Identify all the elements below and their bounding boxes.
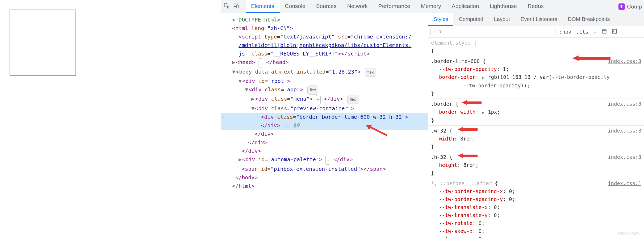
- device-toggle-icon[interactable]: [233, 3, 239, 10]
- tab-components[interactable]: Comp: [627, 3, 642, 10]
- tab-lighthouse[interactable]: Lighthouse: [484, 0, 522, 13]
- new-style-icon[interactable]: +: [592, 28, 598, 36]
- panel-toggle-icon[interactable]: [611, 29, 618, 35]
- source-link[interactable]: index.css:3: [608, 100, 641, 108]
- annotation-arrow-icon: [458, 126, 479, 136]
- watermark: CSDN @乐闻x: [617, 231, 640, 236]
- svg-marker-14: [458, 153, 463, 158]
- side-tab-computed[interactable]: Computed: [453, 13, 488, 26]
- tab-memory[interactable]: Memory: [416, 0, 446, 13]
- styles-rules[interactable]: element.style { } index.css:3 .border-li…: [428, 38, 644, 238]
- main-tab-list: Elements Console Sources Network Perform…: [246, 0, 549, 13]
- cls-button[interactable]: .cls: [575, 29, 589, 35]
- svg-rect-9: [579, 57, 610, 60]
- side-tab-layout[interactable]: Layout: [489, 13, 515, 26]
- svg-marker-12: [458, 127, 463, 132]
- device-frame-icon[interactable]: [601, 29, 608, 35]
- side-tab-event-listeners[interactable]: Event Listeners: [515, 13, 563, 26]
- svg-marker-10: [462, 100, 467, 105]
- source-link[interactable]: index.css:3: [608, 153, 641, 161]
- flex-badge[interactable]: flex: [307, 86, 318, 95]
- svg-rect-2: [236, 5, 238, 8]
- source-link[interactable]: index.css:3: [608, 127, 641, 135]
- flex-badge[interactable]: flex: [365, 68, 376, 77]
- source-link[interactable]: index.css:1: [608, 179, 641, 187]
- extension-icon[interactable]: ✻: [618, 3, 625, 10]
- tab-console[interactable]: Console: [280, 0, 311, 13]
- devtools-toolbar: Elements Console Sources Network Perform…: [221, 0, 644, 13]
- flex-badge[interactable]: flex: [347, 95, 358, 104]
- svg-rect-15: [463, 155, 478, 157]
- side-tab-styles[interactable]: Styles: [428, 13, 453, 26]
- svg-rect-4: [603, 29, 606, 33]
- tab-network[interactable]: Network: [342, 0, 373, 13]
- hov-button[interactable]: :hov: [558, 29, 572, 35]
- filter-input[interactable]: [430, 28, 555, 36]
- source-link[interactable]: index.css:3: [608, 57, 641, 65]
- side-tab-dom-breakpoints[interactable]: DOM Breakpoints: [563, 13, 615, 26]
- tab-performance[interactable]: Performance: [373, 0, 416, 13]
- tab-elements[interactable]: Elements: [246, 0, 280, 13]
- annotation-arrow-icon: [572, 54, 612, 66]
- dom-doctype: <!DOCTYPE html>: [232, 16, 280, 23]
- svg-rect-13: [463, 128, 478, 131]
- inspect-icon[interactable]: [224, 3, 229, 10]
- devtools: Elements Console Sources Network Perform…: [221, 0, 644, 238]
- styles-filter-bar: :hov .cls +: [428, 26, 644, 38]
- annotation-arrow-icon: [462, 99, 483, 109]
- tab-application[interactable]: Application: [446, 0, 484, 13]
- bordered-square: [10, 10, 76, 76]
- side-tab-list: Styles Computed Layout Event Listeners D…: [428, 13, 644, 26]
- tab-redux[interactable]: Redux: [522, 0, 549, 13]
- svg-marker-8: [572, 56, 579, 61]
- tab-sources[interactable]: Sources: [311, 0, 342, 13]
- collapsed-icon[interactable]: ⋯: [258, 58, 263, 67]
- styles-panel: Styles Computed Layout Event Listeners D…: [428, 13, 644, 238]
- annotation-arrow-icon: [458, 152, 479, 162]
- svg-rect-11: [467, 101, 482, 104]
- page-preview: [0, 0, 221, 238]
- elements-panel[interactable]: <!DOCTYPE html> <html lang="zh-CN"> <scr…: [221, 13, 428, 238]
- script-src-link[interactable]: chrome-extension:/: [354, 33, 412, 40]
- selected-dom-node[interactable]: ⋯ <div class="border border-lime-600 w-3…: [221, 113, 428, 121]
